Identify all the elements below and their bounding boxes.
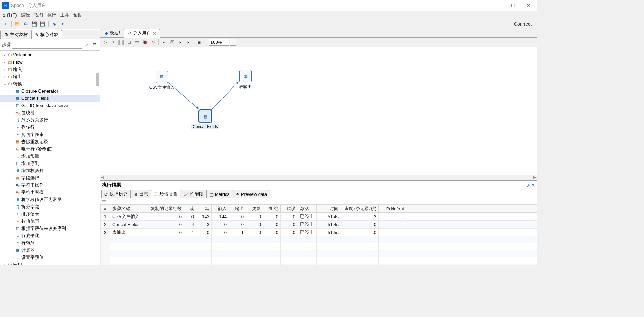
tree-replace-string[interactable]: Aᵦ字符串替换 — [0, 189, 100, 196]
tree-split-fields[interactable]: ⇶拆分字段 — [0, 203, 100, 210]
col-write[interactable]: 写 — [196, 205, 212, 213]
node-concat-fields[interactable]: ▦ — [199, 110, 211, 123]
search-input[interactable] — [12, 41, 82, 49]
col-output[interactable]: 输出 — [229, 205, 246, 213]
node-csv-input[interactable]: 🗎 — [156, 71, 168, 83]
table-row[interactable]: 1CSV文件输入001421440000已停止51.4s3- — [101, 213, 537, 221]
tree-scrollbar[interactable] — [96, 51, 99, 264]
tab-perf-graph[interactable]: 📈性能图 — [180, 190, 207, 198]
tree-string-cut[interactable]: ✂剪切字符串 — [0, 131, 100, 138]
tree-flatten[interactable]: ≡行扁平化 — [0, 232, 100, 239]
col-reject[interactable]: 拒绝 — [263, 205, 281, 213]
zoom-input[interactable]: 100% — [209, 39, 229, 46]
tree-transform[interactable]: ⌄🗀转换 — [0, 80, 100, 87]
col-copy[interactable]: 复制的记录行数 — [148, 205, 184, 213]
tab-preview-data[interactable]: 👁Preview data — [232, 190, 270, 198]
tree-add-constants[interactable]: ⊞增加常量 — [0, 152, 100, 160]
tree-select-values[interactable]: ▦字段选择 — [0, 174, 100, 181]
menu-help[interactable]: 帮助 — [73, 12, 82, 18]
col-rownum[interactable]: # — [101, 205, 110, 213]
run-options-icon[interactable]: ▼ — [110, 39, 117, 46]
menu-view[interactable]: 视图 — [34, 12, 43, 18]
verify-icon[interactable]: ✓ — [161, 39, 168, 46]
close-tab-icon[interactable]: ✕ — [153, 31, 156, 36]
col-stepname[interactable]: 步骤名称 — [110, 205, 148, 213]
collapse-icon[interactable]: ☰ — [91, 41, 98, 48]
tree-row-normaliser[interactable]: ≡列转行 — [0, 124, 100, 131]
steps-tree[interactable]: ›🗀Validation ›🗀Flow ›🗀输入 ›🗀输出 ⌄🗀转换 ▦Clos… — [0, 51, 100, 265]
preview-icon[interactable]: 👁 — [134, 39, 141, 46]
menu-tools[interactable]: 工具 — [60, 12, 69, 18]
metrics-grid[interactable]: # 步骤名称 复制的记录行数 读 写 输入 输出 更新 拒绝 错误 激活 时间 — [100, 204, 537, 265]
menu-file[interactable]: 文件(F) — [2, 12, 17, 18]
debug-icon[interactable]: 🐞 — [142, 39, 148, 46]
tree-number-range[interactable]: ↔数值范围 — [0, 218, 100, 225]
col-speed[interactable]: 速度 (条记录/秒) — [341, 205, 379, 213]
explore-icon[interactable]: 🗂 — [22, 21, 29, 28]
expand-icon[interactable]: ⤢ — [83, 41, 90, 48]
col-time[interactable]: 时间 — [317, 205, 341, 213]
tree-input[interactable]: ›🗀输入 — [0, 66, 100, 73]
col-active[interactable]: 激活 — [298, 205, 317, 213]
tree-get-id[interactable]: ◫Get ID from slave server — [0, 102, 100, 109]
tree-output[interactable]: ›🗀输出 — [0, 73, 100, 80]
table-row[interactable]: 2Concat Fields04300000已停止51.4s0- — [101, 221, 537, 229]
tab-metrics[interactable]: ▤Metrics — [206, 190, 232, 198]
tab-exec-history[interactable]: ⟳执行历史 — [101, 190, 131, 198]
new-icon[interactable]: ▫ — [2, 21, 9, 28]
pause-icon[interactable]: ❚❚ — [118, 39, 125, 46]
tree-closure-generator[interactable]: ▦Closure Generator — [0, 87, 100, 95]
menu-edit[interactable]: 编辑 — [21, 12, 30, 18]
table-row[interactable]: 3表输出01001000已停止51.5s0- — [101, 229, 537, 236]
col-input[interactable]: 输入 — [212, 205, 229, 213]
tab-welcome[interactable]: ◆ 欢迎! — [101, 29, 124, 37]
stop-icon[interactable]: □ — [126, 39, 133, 46]
impact-icon[interactable]: ⇱ — [169, 39, 176, 46]
tree-unique-rows[interactable]: ▤去除重复记录 — [0, 138, 100, 145]
sql-icon[interactable]: ⎘ — [177, 39, 184, 46]
tree-change-seq[interactable]: ◫根据字段值来改变序列 — [0, 225, 100, 232]
maximize-button[interactable]: ☐ — [505, 1, 521, 11]
tree-calculator[interactable]: ▦计算器 — [0, 246, 100, 254]
menu-run[interactable]: 执行 — [47, 12, 56, 18]
saveas-icon[interactable]: 💾 — [39, 21, 46, 28]
show-results-icon[interactable]: ▣ — [196, 39, 203, 46]
eye-icon[interactable]: 👁 — [102, 199, 106, 204]
connect-button[interactable]: Connect — [510, 21, 535, 27]
tree-row-denorm[interactable]: ≡行转列 — [0, 239, 100, 246]
tree-set-field[interactable]: ⊞设置字段值 — [0, 254, 100, 261]
open-icon[interactable]: 📂 — [14, 21, 21, 28]
save-icon[interactable]: 💾 — [31, 21, 38, 28]
close-button[interactable]: ✕ — [521, 1, 536, 11]
tab-main-tree[interactable]: 🗎 主对象树 — [0, 30, 32, 39]
tab-step-metrics[interactable]: ☰步骤度量 — [151, 190, 180, 198]
close-results-icon[interactable]: ✕ — [531, 183, 535, 188]
node-table-output[interactable]: ▦ — [239, 70, 252, 82]
col-update[interactable]: 更新 — [246, 205, 263, 213]
perspective-icon[interactable]: ◈ — [51, 21, 58, 28]
tree-unique-hash[interactable]: ▤唯一行 (哈希值) — [0, 145, 100, 152]
zoom-dropdown-icon[interactable]: ⌄ — [230, 39, 236, 46]
col-read[interactable]: 读 — [184, 205, 196, 213]
tree-add-checksum[interactable]: ⊞增加校验列 — [0, 167, 100, 174]
popout-icon[interactable]: ↗ — [526, 183, 530, 188]
tree-flow[interactable]: ›🗀Flow — [0, 59, 100, 66]
canvas[interactable]: 🗎 CSV文件输入 ▦ Concat Fields ▦ 表输出 — [100, 47, 537, 181]
tab-log[interactable]: 🗎日志 — [130, 190, 151, 198]
col-pri[interactable]: Pri/in/out — [379, 205, 406, 213]
tab-core-objects[interactable]: ✎ 核心对象 — [31, 30, 62, 39]
minimize-button[interactable]: ─ — [490, 1, 505, 11]
col-error[interactable]: 错误 — [281, 205, 298, 213]
tree-add-sequence[interactable]: ◫增加序列 — [0, 160, 100, 167]
tab-import-users[interactable]: ⇄ 导入用户 ✕ — [124, 29, 160, 38]
explore-db-icon[interactable]: ⎘ — [185, 39, 191, 46]
replay-icon[interactable]: ↻ — [149, 39, 156, 46]
tree-concat-fields[interactable]: ▦Concat Fields — [0, 95, 100, 102]
canvas-h-scrollbar[interactable] — [100, 175, 537, 180]
tree-sort-rows[interactable]: ↕排序记录 — [0, 210, 100, 218]
tree-string-ops[interactable]: Aᵦ字符串操作 — [0, 181, 100, 189]
tree-split-rows[interactable]: ⇶列拆分为多行 — [0, 116, 100, 124]
tree-set-constant[interactable]: ⊞将字段值设置为常量 — [0, 196, 100, 203]
tree-value-mapper[interactable]: Aᵦ值映射 — [0, 109, 100, 116]
tree-app[interactable]: ›🗀应用 — [0, 261, 100, 265]
